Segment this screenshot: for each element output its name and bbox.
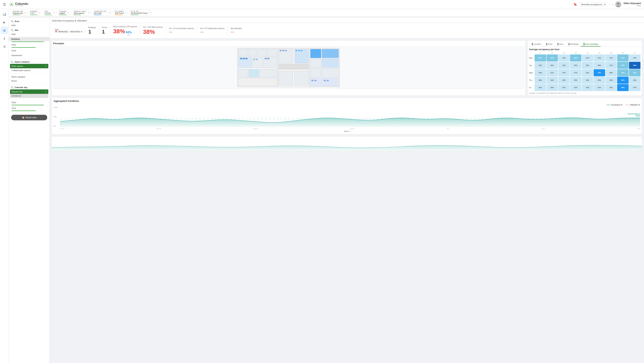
cell-tue-17: 69% <box>629 62 640 69</box>
svg-rect-14 <box>252 57 263 68</box>
heatmap-row-tue: Tue 33% 25% 31% 30% 23% 29% 27% 50% 69% <box>529 62 640 69</box>
filter-language[interactable]: Language english ✕ <box>58 10 71 16</box>
tab-zone[interactable]: ▐ Zone <box>543 42 554 46</box>
covid19-item[interactable]: COVID-19 <box>10 94 48 98</box>
sidebar-icons: 📊 ▶ ⊞ ⬇ 🖥 <box>0 9 9 363</box>
svg-rect-20 <box>279 64 309 70</box>
avg-occupancy-label: Avg Occupancy (38%) <box>628 113 640 116</box>
cell-tue-11: 31% <box>558 62 570 69</box>
regular-day-item[interactable]: Regular day ✓ <box>10 90 48 94</box>
divider-2 <box>9 74 50 74</box>
filter-space-categ[interactable]: =If(space_categ... Work spaces ✕ <box>72 10 91 16</box>
floor-bar <box>12 47 36 48</box>
filter-close-building[interactable]: ✕ <box>125 12 126 14</box>
bookmark-icon[interactable]: 🔖 <box>574 2 577 6</box>
floor-label-item[interactable]: Floor <box>9 43 50 47</box>
filter-close-calendar[interactable]: ✕ <box>24 12 26 14</box>
svg-rect-40 <box>282 50 284 51</box>
room-item[interactable]: Room <box>9 79 50 83</box>
cell-thu-13: 33% <box>582 77 593 84</box>
legend-utilization: Utilization % <box>626 104 640 106</box>
sidebar-play[interactable]: ▶ <box>1 18 8 26</box>
space-category-label: Space category <box>15 61 30 63</box>
svg-rect-11 <box>258 49 267 56</box>
sidebar-grid[interactable]: ⊞ <box>1 27 8 34</box>
hamburger-menu[interactable]: ☰ <box>3 2 6 6</box>
sidebar-dashboard[interactable]: 📊 <box>1 10 8 18</box>
filter-close-hour[interactable]: ✕ <box>53 12 54 14</box>
calendar-icon: 📅 <box>55 30 58 33</box>
cell-tue-16: 50% <box>617 62 629 69</box>
filter-date[interactable]: =Date(TS1H_DA... 28 of 394 ✕ <box>92 10 112 16</box>
svg-rect-36 <box>256 59 258 60</box>
svg-rect-45 <box>312 80 314 82</box>
divider-1 <box>9 58 50 59</box>
cell-fri-10: 29% <box>546 84 558 91</box>
tab-hour-weekday[interactable]: ▐ Hour-weekday <box>581 42 600 46</box>
svg-rect-35 <box>253 59 255 60</box>
filter-calendar-day[interactable]: Calendar_day Regular day ✕ <box>11 10 28 16</box>
cell-wed-17: 53% <box>629 69 640 76</box>
filter-close-date[interactable]: ✕ <box>109 12 110 14</box>
building-section: Building <box>9 37 50 42</box>
time-section: Time <box>9 106 50 111</box>
tab-location[interactable]: ▐ Location <box>529 42 543 46</box>
floorplan-title: Floorplan <box>53 42 524 45</box>
sidebar-download[interactable]: ⬇ <box>1 35 8 42</box>
cell-wed-15: 29% <box>606 69 617 76</box>
chevron-down-date[interactable]: ▾ <box>81 30 82 33</box>
tab-weekday[interactable]: ▐ Weekday <box>566 42 581 46</box>
work-spaces-item[interactable]: Work spaces ✓ <box>10 64 48 68</box>
svg-rect-17 <box>249 70 258 78</box>
utilization-line-icon <box>626 105 629 105</box>
search-icon-space: 🔍 <box>11 60 14 63</box>
department-item[interactable]: Department <box>9 53 50 58</box>
filter-close-language[interactable]: ✕ <box>68 12 69 14</box>
site-item-axa[interactable]: AXA <box>9 32 50 36</box>
cell-tue-14: 29% <box>594 62 605 69</box>
cell-fri-16: 58% <box>617 84 629 91</box>
user-role: Orion <box>624 5 641 7</box>
svg-rect-41 <box>285 50 287 51</box>
hour-selector[interactable]: Hour ▾ <box>54 130 640 132</box>
zone-item[interactable]: Zone <box>9 48 50 52</box>
bottom-chart <box>52 136 642 151</box>
user-avatar <box>615 2 621 8</box>
room-category-item[interactable]: Room category <box>9 75 50 79</box>
search-icon: 🔍 <box>11 20 14 22</box>
view-selector[interactable]: Overview occupancy &... ▾ <box>580 2 607 6</box>
filter-floor[interactable]: loc_flr_bld 3rd floor(AXA Troon) ✕ <box>129 10 152 16</box>
cell-tue-15: 27% <box>606 62 617 69</box>
cell-thu-9: 46% <box>534 77 546 84</box>
reset-button[interactable]: 🏠 Reset view <box>11 115 47 120</box>
cell-wed-16: 44% <box>617 69 629 76</box>
building-label-item[interactable]: Building <box>9 37 50 41</box>
cell-wed-13: 21% <box>582 69 593 76</box>
zone-icon: ▐ <box>546 43 547 45</box>
cell-mon-13: 41% <box>582 54 593 62</box>
x-axis-dates: Jun 25 Jun 28 Jun 29 Jun 30 Jul 1 Jul 2 … <box>60 128 640 130</box>
occ-work-block: Occ. (145 Work spaces) 38% <box>140 25 166 36</box>
sidebar-monitor[interactable]: 🖥 <box>1 43 8 50</box>
svg-rect-19 <box>238 78 277 86</box>
area-item-axa[interactable]: AXA <box>9 23 50 28</box>
nav-prev-icon[interactable]: ‹ <box>609 3 610 6</box>
filter-building[interactable]: loc_building AXA Troon ✕ <box>113 10 128 16</box>
filter-close-weekdays[interactable]: ✕ <box>39 12 40 14</box>
time-item[interactable]: Time <box>9 106 50 110</box>
filter-weekdays[interactable]: weekdays 5 of 7 ✕ <box>28 10 42 16</box>
svg-rect-39 <box>280 50 282 51</box>
filter-hour[interactable]: Hour 9 of 24 ✕ <box>43 10 56 16</box>
nav-next-icon[interactable]: › <box>612 3 613 6</box>
chart-legend: Occupancy % Utilization % <box>54 104 640 106</box>
cell-mon-12: 38% <box>570 54 582 62</box>
svg-rect-33 <box>243 58 245 60</box>
filter-close-space[interactable]: ✕ <box>88 12 90 14</box>
area-label: Area <box>15 20 19 22</box>
filter-close-floor[interactable]: ✕ <box>149 12 150 14</box>
cell-thu-17: 44% <box>629 77 640 84</box>
date-label: Date <box>55 28 82 30</box>
days-item[interactable]: Days <box>9 100 50 104</box>
collab-spaces-item[interactable]: Collaboration spaces <box>9 68 50 72</box>
tab-hour[interactable]: ▐ Hour <box>554 42 566 46</box>
